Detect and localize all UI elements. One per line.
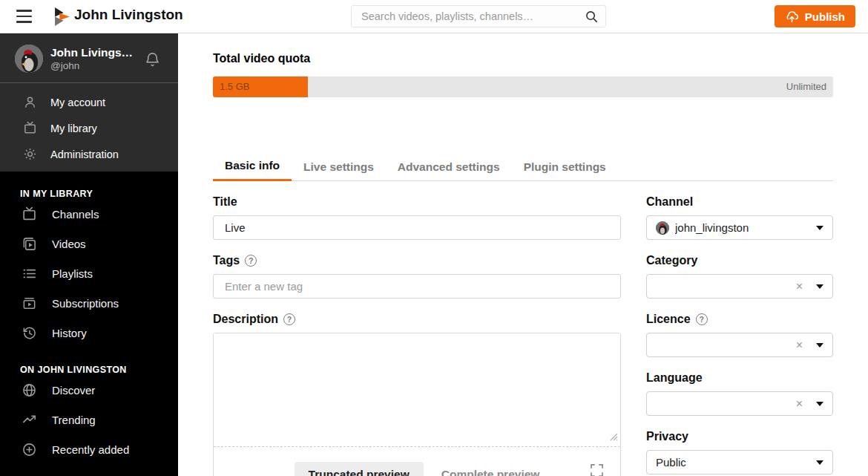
tab-plugin-settings[interactable]: Plugin settings (512, 155, 618, 181)
caret-down-icon (816, 460, 823, 465)
sidebar-item-label: My library (50, 123, 97, 134)
caret-down-icon (816, 402, 823, 406)
privacy-label: Privacy (646, 430, 833, 443)
sidebar-item-trending[interactable]: Trending (0, 405, 178, 434)
playlist-icon (21, 265, 37, 281)
search-box (351, 5, 606, 27)
caret-down-icon (816, 343, 823, 348)
main-content: Total video quota 1.5 GB Unlimited Basic… (178, 33, 868, 476)
quota-limit-label: Unlimited (786, 76, 826, 97)
channel-label: Channel (646, 195, 833, 209)
licence-field-group: Licence ? × (646, 313, 833, 357)
channel-value: john_livingston (675, 221, 810, 234)
form-left-column: Title Tags ? Description ? (213, 195, 621, 476)
search-icon[interactable] (585, 10, 598, 23)
help-icon[interactable]: ? (696, 313, 708, 325)
licence-label: Licence ? (646, 313, 833, 326)
licence-select[interactable]: × (646, 333, 833, 357)
gear-icon (22, 146, 38, 163)
trending-icon (21, 411, 37, 428)
sidebar-item-channels[interactable]: Channels (0, 199, 178, 229)
publish-button[interactable]: Publish (775, 5, 855, 27)
language-label: Language (646, 371, 833, 385)
sidebar-item-videos[interactable]: Videos (0, 229, 178, 258)
description-label: Description ? (213, 313, 621, 326)
quota-bar-fill: 1.5 GB (213, 76, 308, 97)
channel-select[interactable]: john_livingston (646, 215, 833, 240)
plus-circle-icon (21, 441, 37, 457)
form-right-column: Channel john_livingston (646, 195, 833, 476)
licence-label-text: Licence (646, 313, 691, 326)
language-select[interactable]: × (646, 391, 833, 416)
sidebar-item-label: Discover (52, 384, 95, 397)
sidebar: John Livings… @john My account (0, 33, 178, 476)
privacy-label-text: Privacy (646, 430, 688, 443)
description-textarea-wrap (214, 333, 620, 446)
history-icon (21, 325, 37, 341)
tags-label: Tags ? (213, 254, 621, 267)
sidebar-item-label: Videos (52, 238, 86, 250)
title-label: Title (213, 195, 621, 209)
section-title: ON JOHN LIVINGSTON (0, 365, 178, 375)
settings-tabs: Basic info Live settings Advanced settin… (213, 155, 833, 181)
sidebar-item-label: My account (50, 97, 105, 108)
complete-preview-button[interactable]: Complete preview (441, 468, 540, 476)
category-select[interactable]: × (646, 274, 833, 299)
quota-used-label: 1.5 GB (220, 81, 249, 92)
preview-toolbar: Truncated preview Complete preview (214, 447, 620, 476)
channel-label-text: Channel (646, 195, 693, 209)
title-field-group: Title (213, 195, 621, 240)
avatar[interactable] (15, 45, 43, 73)
truncated-preview-button[interactable]: Truncated preview (295, 462, 424, 476)
category-field-group: Category × (646, 254, 833, 299)
sidebar-item-label: Trending (52, 414, 96, 426)
tab-basic-info[interactable]: Basic info (213, 155, 292, 181)
sidebar-item-my-account[interactable]: My account (0, 89, 178, 115)
sidebar-item-discover[interactable]: Discover (0, 375, 178, 405)
sidebar-item-label: History (52, 327, 87, 339)
help-icon[interactable]: ? (245, 255, 257, 267)
bell-icon[interactable] (145, 50, 160, 68)
description-label-text: Description (213, 313, 278, 326)
publish-label: Publish (805, 10, 845, 23)
tags-field-group: Tags ? (213, 254, 621, 299)
instance-title[interactable]: John Livingston (74, 7, 183, 23)
search-input[interactable] (352, 10, 585, 22)
user-block[interactable]: John Livings… @john (0, 33, 178, 83)
sidebar-item-administration[interactable]: Administration (0, 141, 178, 167)
sidebar-item-label: Recently added (52, 443, 129, 456)
description-editor: Truncated preview Complete preview (213, 333, 621, 476)
title-input[interactable] (213, 215, 621, 240)
sidebar-item-my-library[interactable]: My library (0, 115, 178, 141)
channel-field-group: Channel john_livingston (646, 195, 833, 240)
tab-live-settings[interactable]: Live settings (292, 155, 386, 181)
subscriptions-icon (21, 295, 37, 311)
privacy-select[interactable]: Public (646, 450, 833, 475)
description-textarea[interactable] (214, 333, 620, 446)
sidebar-item-history[interactable]: History (0, 318, 178, 348)
videos-icon (21, 235, 37, 252)
language-label-text: Language (646, 371, 703, 385)
category-label: Category (646, 254, 833, 267)
sidebar-item-label: Subscriptions (52, 297, 119, 310)
sidebar-item-recently-added[interactable]: Recently added (0, 434, 178, 464)
caret-down-icon (816, 226, 823, 230)
clear-icon[interactable]: × (796, 398, 803, 410)
sidebar-item-subscriptions[interactable]: Subscriptions (0, 288, 178, 318)
tab-advanced-settings[interactable]: Advanced settings (386, 155, 512, 181)
tags-label-text: Tags (213, 254, 240, 267)
category-label-text: Category (646, 254, 697, 267)
sidebar-item-playlists[interactable]: Playlists (0, 258, 178, 288)
basic-info-form: Title Tags ? Description ? (213, 195, 833, 476)
clear-icon[interactable]: × (796, 339, 803, 351)
resize-handle-icon[interactable] (610, 431, 618, 444)
menu-icon[interactable] (16, 10, 32, 23)
fullscreen-icon[interactable] (591, 464, 603, 476)
privacy-field-group: Privacy Public (646, 430, 833, 475)
globe-icon (21, 382, 37, 398)
tags-input[interactable] (213, 274, 621, 299)
clear-icon[interactable]: × (796, 281, 803, 293)
help-icon[interactable]: ? (283, 313, 295, 325)
sidebar-section-in-my-library: IN MY LIBRARY Channels Videos (0, 172, 178, 348)
quota-title: Total video quota (213, 52, 833, 65)
